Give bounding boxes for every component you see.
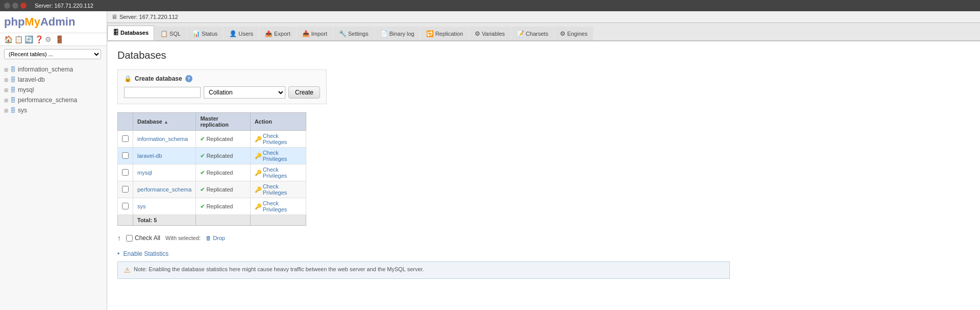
sidebar-item-performance-schema[interactable]: ⊞ 🗄 performance_schema	[0, 95, 107, 105]
master-replication-header: Master replication	[196, 113, 250, 131]
replicated-label: Replicated	[206, 153, 233, 159]
tab-sql[interactable]: 📋 SQL	[155, 27, 186, 40]
table-row: performance_schema ✔ Replicated 🔑 Check …	[118, 181, 306, 198]
db-name-cell: sys	[133, 198, 196, 215]
create-db-label: Create database	[135, 75, 182, 82]
row-checkbox[interactable]	[122, 152, 129, 159]
sidebar-item-laravel-db[interactable]: ⊞ 🗄 laravel-db	[0, 75, 107, 85]
maximize-button[interactable]	[12, 3, 18, 9]
tab-export-label: Export	[274, 31, 290, 37]
tab-status[interactable]: 📊 Status	[187, 27, 223, 40]
key-icon: 🔑	[255, 136, 262, 142]
action-cell: 🔑 Check Privileges	[250, 181, 306, 198]
check-all-checkbox[interactable]	[126, 235, 133, 242]
up-arrow-icon[interactable]: ↑	[117, 234, 121, 242]
db-link[interactable]: mysql	[137, 170, 152, 176]
logout-icon[interactable]: 🚪	[55, 35, 63, 43]
tab-databases[interactable]: 🗄 Databases	[107, 26, 154, 40]
refresh-icon[interactable]: 🔄	[24, 35, 33, 43]
enable-statistics-link[interactable]: • Enable Statistics	[117, 250, 168, 257]
row-checkbox-cell	[118, 148, 133, 164]
engines-tab-icon: ⚙	[560, 30, 566, 37]
tab-replication[interactable]: 🔁 Replication	[421, 27, 469, 40]
expand-icon: ⊞	[4, 77, 8, 83]
help-icon[interactable]: ❓	[35, 35, 43, 43]
settings-icon[interactable]: ⚙	[45, 35, 53, 43]
status-tab-icon: 📊	[192, 30, 200, 37]
tab-users-label: Users	[238, 31, 253, 37]
check-privileges-link[interactable]: 🔑 Check Privileges	[255, 150, 302, 162]
sidebar-icons: 🏠 📋 🔄 ❓ ⚙ 🚪	[0, 33, 107, 46]
db-icon: 🗄	[10, 66, 16, 73]
minimize-button[interactable]	[4, 3, 10, 9]
replication-cell: ✔ Replicated	[196, 181, 250, 198]
table-row: information_schema ✔ Replicated 🔑 Check …	[118, 131, 306, 148]
check-privileges-link[interactable]: 🔑 Check Privileges	[255, 166, 302, 179]
tab-charsets[interactable]: 📝 Charsets	[511, 27, 554, 40]
check-privileges-link[interactable]: 🔑 Check Privileges	[255, 200, 302, 212]
database-column-header[interactable]: Database ▲	[133, 113, 196, 131]
server-address: Server: 167.71.220.112	[119, 14, 178, 20]
replicated-label: Replicated	[206, 136, 233, 142]
sidebar-item-sys[interactable]: ⊞ 🗄 sys	[0, 105, 107, 115]
tab-binary-log[interactable]: 📄 Binary log	[375, 27, 420, 40]
bullet-icon: •	[117, 250, 119, 257]
drop-link[interactable]: 🗑 Drop	[206, 235, 225, 241]
row-checkbox[interactable]	[122, 135, 129, 142]
row-checkbox[interactable]	[122, 203, 129, 209]
tab-replication-label: Replication	[435, 31, 463, 37]
settings-tab-icon: 🔧	[339, 30, 347, 37]
tab-engines[interactable]: ⚙ Engines	[554, 27, 593, 40]
db-name: information_schema	[18, 66, 73, 73]
replicated-check-icon: ✔	[200, 186, 205, 193]
db-link[interactable]: performance_schema	[137, 186, 191, 193]
action-cell: 🔑 Check Privileges	[250, 164, 306, 181]
db-icon: 🗄	[10, 107, 16, 113]
db-link[interactable]: information_schema	[137, 136, 188, 142]
recent-icon[interactable]: 📋	[14, 35, 22, 43]
help-circle-icon[interactable]: ?	[185, 75, 192, 82]
select-all-header	[118, 113, 133, 131]
key-icon: 🔑	[255, 170, 262, 176]
expand-icon: ⊞	[4, 108, 8, 113]
database-name-input[interactable]	[124, 87, 201, 98]
action-cell: 🔑 Check Privileges	[250, 131, 306, 148]
home-icon[interactable]: 🏠	[4, 35, 12, 43]
sidebar-item-mysql[interactable]: ⊞ 🗄 mysql	[0, 85, 107, 95]
sidebar-item-information-schema[interactable]: ⊞ 🗄 information_schema	[0, 64, 107, 75]
db-icon: 🗄	[10, 97, 16, 103]
close-button[interactable]	[20, 3, 27, 9]
sort-arrow-icon: ▲	[164, 120, 168, 125]
replicated-check-icon: ✔	[200, 170, 205, 176]
database-list: ⊞ 🗄 information_schema ⊞ 🗄 laravel-db ⊞ …	[0, 62, 107, 117]
recent-tables-select[interactable]: (Recent tables) ...	[4, 49, 101, 59]
database-header-label: Database	[137, 118, 162, 125]
create-database-section: 🔒 Create database ? Collation Create	[117, 69, 327, 104]
create-database-button[interactable]: Create	[288, 86, 320, 99]
create-db-inputs: Collation Create	[124, 86, 320, 99]
tab-users[interactable]: 👤 Users	[224, 27, 259, 40]
charsets-tab-icon: 📝	[517, 30, 524, 37]
tab-databases-label: Databases	[120, 30, 149, 36]
key-icon: 🔑	[255, 153, 262, 159]
window-controls[interactable]	[4, 3, 27, 9]
check-privileges-link[interactable]: 🔑 Check Privileges	[255, 183, 302, 196]
tab-import[interactable]: 📥 Import	[297, 27, 333, 40]
collation-select[interactable]: Collation	[204, 86, 285, 99]
tab-settings[interactable]: 🔧 Settings	[333, 27, 374, 40]
warning-icon: ⚠	[124, 266, 131, 274]
logo-my: My	[24, 15, 40, 28]
replicated-check-icon: ✔	[200, 203, 205, 210]
row-checkbox[interactable]	[122, 186, 129, 193]
row-checkbox-cell	[118, 131, 133, 148]
db-name-cell: performance_schema	[133, 181, 196, 198]
tab-variables[interactable]: ⚙ Variables	[469, 27, 510, 40]
db-link[interactable]: sys	[137, 203, 146, 209]
row-checkbox[interactable]	[122, 169, 129, 176]
sql-tab-icon: 📋	[160, 30, 168, 37]
table-row: laravel-db ✔ Replicated 🔑 Check Privileg…	[118, 148, 306, 164]
check-privileges-link[interactable]: 🔑 Check Privileges	[255, 133, 302, 145]
db-link[interactable]: laravel-db	[137, 153, 162, 159]
tab-export[interactable]: 📤 Export	[259, 27, 296, 40]
table-row: sys ✔ Replicated 🔑 Check Privileges	[118, 198, 306, 215]
